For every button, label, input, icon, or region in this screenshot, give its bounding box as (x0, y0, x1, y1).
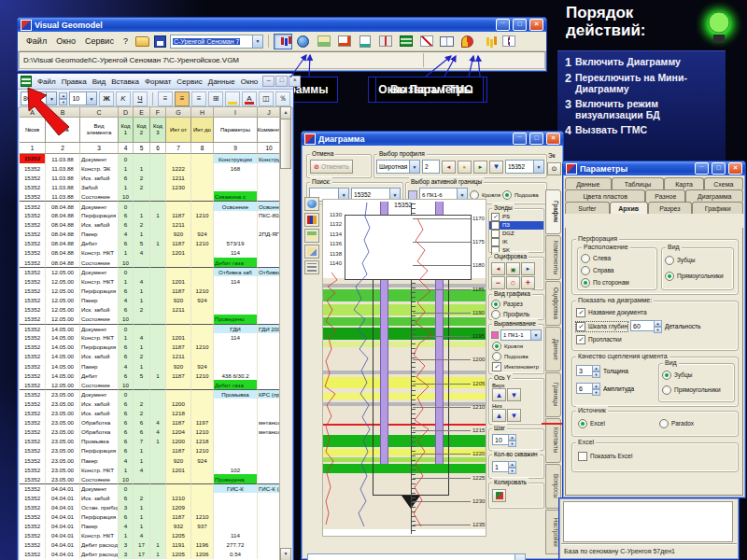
table-cell[interactable]: 1205 (166, 531, 191, 540)
toolbar-icon-transfer[interactable] (376, 34, 395, 49)
table-cell[interactable] (134, 267, 150, 276)
table-cell[interactable]: 924 (191, 230, 214, 239)
table-cell[interactable]: 1 (134, 522, 150, 531)
table-cell[interactable]: Обработка (80, 418, 119, 427)
table-cell[interactable] (258, 531, 280, 540)
table-cell[interactable] (191, 465, 214, 474)
zoom-stepper[interactable]: ▲▼ (59, 92, 67, 105)
table-cell[interactable]: 1 (119, 182, 134, 191)
table-cell[interactable]: 1222 (166, 163, 191, 173)
table-cell[interactable]: Обработка (80, 427, 119, 437)
table-cell[interactable]: 6 (119, 409, 134, 418)
table-cell[interactable] (150, 324, 166, 333)
table-cell[interactable]: 23.05.00 (46, 409, 80, 418)
table-cell[interactable]: 1209 (166, 502, 191, 511)
table-cell[interactable]: 1200 (166, 437, 191, 446)
table-cell[interactable]: 0 (119, 483, 134, 493)
table-cell[interactable]: 920 (166, 230, 191, 239)
toolbar-icon-book[interactable] (438, 34, 457, 49)
table-cell[interactable] (150, 531, 166, 540)
align-radio-podoshva[interactable]: Подошва (492, 352, 541, 361)
clear-points-button[interactable]: ○ (506, 276, 520, 289)
table-cell[interactable]: 10 (119, 258, 134, 267)
table-cell[interactable]: 12.05.00 (46, 315, 80, 324)
table-cell[interactable]: 15352 (20, 474, 46, 483)
table-cell[interactable]: 10 (119, 380, 134, 389)
table-cell[interactable]: 11.03.88 (46, 191, 80, 201)
jump-down-button[interactable]: ▼ (489, 161, 503, 174)
digitize-back-icon[interactable]: ◄ (491, 262, 505, 275)
column-letter[interactable]: E (134, 106, 150, 118)
table-cell[interactable] (150, 304, 166, 314)
table-cell[interactable]: 1230 (166, 182, 191, 191)
table-cell[interactable]: Документ (80, 154, 119, 163)
table-cell[interactable]: Состояние (80, 315, 119, 324)
table-cell[interactable]: 12.05.00 (46, 276, 80, 286)
main-menu-item[interactable]: Окно (51, 35, 80, 47)
table-cell[interactable] (134, 201, 150, 210)
column-letter[interactable]: A (20, 106, 46, 118)
table-cell[interactable]: Документ (80, 201, 119, 210)
table-cell[interactable]: метанол (258, 427, 280, 437)
undo-button[interactable]: ⊘Отменить (310, 160, 353, 174)
table-cell[interactable]: Иск. забой (80, 399, 119, 408)
chevron-down-icon[interactable] (86, 92, 96, 105)
table-cell[interactable] (191, 399, 214, 408)
table-cell[interactable]: 3 (119, 550, 134, 559)
table-cell[interactable]: 6 (119, 371, 134, 380)
table-cell[interactable]: Констр. ЭК (80, 163, 119, 173)
table-cell[interactable] (166, 201, 191, 210)
table-cell[interactable]: КРС (про (258, 389, 280, 399)
table-cell[interactable]: 10 (119, 191, 134, 201)
diagram-tab-4[interactable]: Данные (545, 327, 561, 371)
table-cell[interactable]: 15352 (20, 333, 46, 343)
table-cell[interactable] (134, 324, 150, 333)
table-cell[interactable]: 2 (134, 493, 150, 502)
table-cell[interactable]: Проведена (214, 474, 258, 483)
table-cell[interactable]: 04.04.01 (46, 550, 80, 559)
source-radio[interactable]: Paradox (659, 419, 694, 428)
table-cell[interactable]: ГДИ (214, 324, 258, 333)
table-cell[interactable]: 15352 (20, 295, 46, 304)
main-window-titlebar[interactable]: Visual Geomodel (18, 18, 546, 32)
table-cell[interactable]: 1205 (166, 550, 191, 559)
table-cell[interactable]: 4 (119, 361, 134, 371)
table-cell[interactable]: 15352 (20, 304, 46, 314)
table-cell[interactable]: 114 (214, 248, 258, 258)
close-button[interactable] (546, 133, 560, 145)
table-cell[interactable]: 15352 (20, 361, 46, 371)
table-cell[interactable] (214, 493, 258, 502)
table-cell[interactable]: Освоени (258, 201, 280, 210)
table-cell[interactable]: 1187 (166, 512, 191, 522)
table-cell[interactable]: 04.04.01 (46, 522, 80, 531)
align-radio-krovlya[interactable]: Кровля (492, 342, 541, 351)
table-cell[interactable]: 15352 (20, 343, 46, 352)
excel-menu-item[interactable]: Файл (35, 77, 59, 86)
table-cell[interactable]: 1 (134, 343, 150, 352)
minimize-button[interactable] (695, 162, 709, 175)
params-tab-Surfer[interactable]: Surfer (565, 202, 610, 214)
table-cell[interactable]: 1 (119, 276, 134, 286)
table-cell[interactable]: 14.05.00 (46, 361, 80, 371)
table-cell[interactable] (258, 248, 280, 258)
table-cell[interactable] (191, 154, 214, 163)
table-cell[interactable]: 4 (119, 295, 134, 304)
table-cell[interactable]: 6 (119, 399, 134, 408)
table-cell[interactable]: 920 (166, 455, 191, 465)
prev-well-button[interactable]: ◄ (442, 161, 456, 174)
chevron-down-icon[interactable] (514, 554, 525, 560)
table-cell[interactable]: Документ (80, 324, 119, 333)
table-cell[interactable] (258, 465, 280, 474)
table-cell[interactable] (150, 333, 166, 343)
table-cell[interactable] (150, 474, 166, 483)
table-cell[interactable]: Дебит (80, 239, 119, 248)
table-cell[interactable]: 11.03.88 (46, 173, 80, 182)
picture-tool-icon[interactable] (304, 245, 319, 259)
table-cell[interactable] (214, 502, 258, 511)
font-size-combo[interactable]: 10 (69, 91, 97, 105)
table-cell[interactable] (258, 399, 280, 408)
view-mode-radio[interactable]: Разрез (491, 300, 542, 309)
table-cell[interactable] (258, 295, 280, 304)
table-cell[interactable]: 04.04.01 (46, 531, 80, 540)
chevron-down-icon[interactable] (252, 35, 262, 48)
